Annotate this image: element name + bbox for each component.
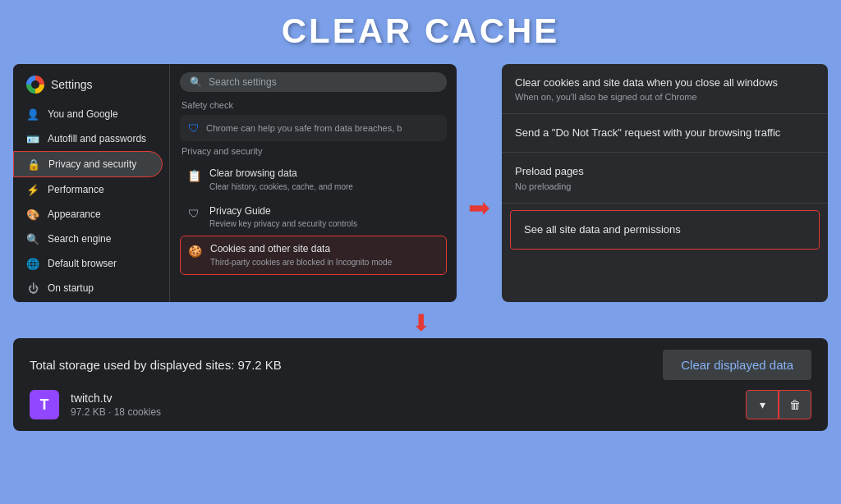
sidebar-label-autofill: Autofill and passwords [48, 133, 146, 144]
chevron-down-icon: ▾ [760, 398, 765, 411]
main-layout: Settings 👤 You and Google 🪪 Autofill and… [0, 54, 841, 310]
sidebar-label-privacy: Privacy and security [48, 158, 136, 170]
sidebar-item-you-google[interactable]: 👤 You and Google [13, 102, 163, 126]
sidebar-label-search: Search engine [48, 233, 111, 245]
search-icon-bar: 🔍 [190, 76, 202, 88]
do-not-track-title: Send a "Do Not Track" request with your … [515, 126, 815, 140]
search-bar[interactable]: 🔍 [180, 72, 447, 92]
browser-icon: 🌐 [26, 257, 39, 270]
safety-check-section-label: Safety check [180, 100, 447, 110]
storage-text: Total storage used by displayed sites: 9… [30, 358, 282, 372]
settings-item-privacy-guide[interactable]: 🛡 Privacy Guide Review key privacy and s… [180, 199, 447, 236]
sidebar-item-startup[interactable]: ⏻ On startup [13, 276, 163, 300]
privacy-row-clear-cookies: Clear cookies and site data when you clo… [502, 64, 828, 114]
badge-icon: 🪪 [26, 132, 39, 145]
search-icon: 🔍 [26, 232, 39, 245]
privacy-guide-sub: Review key privacy and security controls [209, 218, 357, 229]
settings-sidebar: Settings 👤 You and Google 🪪 Autofill and… [13, 64, 169, 302]
arrow-down-container: ⬇ [0, 312, 841, 335]
twitch-icon: T [30, 390, 59, 419]
site-meta-twitch: 97.2 KB · 18 cookies [71, 406, 734, 418]
gauge-icon: ⚡ [26, 183, 39, 196]
site-row-twitch: T twitch.tv 97.2 KB · 18 cookies ▾ 🗑 [30, 390, 811, 419]
sidebar-item-default-browser[interactable]: 🌐 Default browser [13, 251, 163, 276]
safety-check-row: 🛡 Chrome can help you safe from data bre… [180, 115, 447, 141]
privacy-row-preload: Preload pages No preloading [502, 153, 828, 203]
privacy-row-site-data[interactable]: See all site data and permissions [510, 210, 820, 250]
clear-cookies-title: Clear cookies and site data when you clo… [515, 76, 815, 90]
settings-content: 🔍 Safety check 🛡 Chrome can help you saf… [169, 64, 457, 302]
site-delete-button[interactable]: 🗑 [779, 390, 811, 419]
sidebar-item-autofill[interactable]: 🪪 Autofill and passwords [13, 126, 163, 151]
sidebar-label-startup: On startup [48, 282, 94, 294]
sidebar-label-browser: Default browser [48, 258, 117, 269]
clear-browsing-icon: 📋 [186, 168, 201, 183]
settings-item-clear-browsing[interactable]: 📋 Clear browsing data Clear history, coo… [180, 161, 447, 199]
chrome-logo-icon [26, 76, 44, 94]
settings-panel: Settings 👤 You and Google 🪪 Autofill and… [13, 64, 457, 302]
cookies-icon: 🍪 [187, 244, 202, 259]
sidebar-label-performance: Performance [48, 184, 104, 195]
clear-displayed-data-button[interactable]: Clear displayed data [663, 350, 811, 380]
site-name-twitch: twitch.tv [71, 392, 734, 405]
safety-check-text: Chrome can help you safe from data breac… [206, 123, 402, 133]
privacy-row-do-not-track: Send a "Do Not Track" request with your … [502, 114, 828, 153]
sidebar-item-search-engine[interactable]: 🔍 Search engine [13, 227, 163, 251]
clear-browsing-sub: Clear history, cookies, cache, and more [209, 181, 353, 192]
sidebar-label-appearance: Appearance [48, 208, 101, 220]
cookies-sub: Third-party cookies are blocked in Incog… [210, 257, 392, 268]
site-data-title: See all site data and permissions [524, 222, 806, 237]
preload-title: Preload pages [515, 164, 815, 179]
privacy-panel: Clear cookies and site data when you clo… [502, 64, 828, 302]
settings-logo-row: Settings [13, 71, 169, 102]
settings-item-cookies[interactable]: 🍪 Cookies and other site data Third-part… [180, 236, 447, 275]
palette-icon: 🎨 [26, 208, 39, 221]
settings-title: Settings [51, 78, 93, 91]
sidebar-item-performance[interactable]: ⚡ Performance [13, 177, 163, 202]
bottom-section: Total storage used by displayed sites: 9… [13, 338, 828, 431]
clear-browsing-title: Clear browsing data [209, 167, 353, 181]
arrow-right-container: ➡ [468, 113, 490, 302]
shield-icon: 🔒 [27, 158, 40, 171]
person-icon: 👤 [26, 108, 39, 121]
page-title: CLEAR CACHE [0, 0, 841, 51]
bottom-header: Total storage used by displayed sites: 9… [30, 350, 811, 380]
preload-sub: No preloading [515, 181, 815, 191]
site-actions: ▾ 🗑 [746, 390, 811, 419]
safety-check-icon: 🛡 [188, 121, 200, 135]
arrow-down-icon: ⬇ [411, 312, 430, 335]
settings-item-clear-browsing-text: Clear browsing data Clear history, cooki… [209, 167, 353, 192]
cookies-title: Cookies and other site data [210, 243, 392, 256]
settings-item-privacy-guide-text: Privacy Guide Review key privacy and sec… [209, 205, 357, 230]
clear-cookies-sub: When on, you'll also be signed out of Ch… [515, 92, 815, 102]
sidebar-label-you-google: You and Google [48, 108, 118, 120]
arrow-right-icon: ➡ [468, 192, 490, 223]
privacy-guide-title: Privacy Guide [209, 205, 357, 218]
privacy-guide-icon: 🛡 [186, 206, 201, 221]
privacy-section-label: Privacy and security [180, 146, 447, 156]
sidebar-item-appearance[interactable]: 🎨 Appearance [13, 202, 163, 227]
sidebar-item-privacy[interactable]: 🔒 Privacy and security [13, 151, 163, 177]
sidebar-item-languages[interactable]: 🌐 Languages [13, 300, 163, 302]
search-input[interactable] [209, 76, 437, 88]
settings-item-cookies-text: Cookies and other site data Third-party … [210, 243, 392, 268]
site-expand-button[interactable]: ▾ [746, 390, 779, 419]
power-icon: ⏻ [26, 282, 39, 295]
trash-icon: 🗑 [789, 398, 801, 411]
site-info-twitch: twitch.tv 97.2 KB · 18 cookies [71, 392, 734, 418]
